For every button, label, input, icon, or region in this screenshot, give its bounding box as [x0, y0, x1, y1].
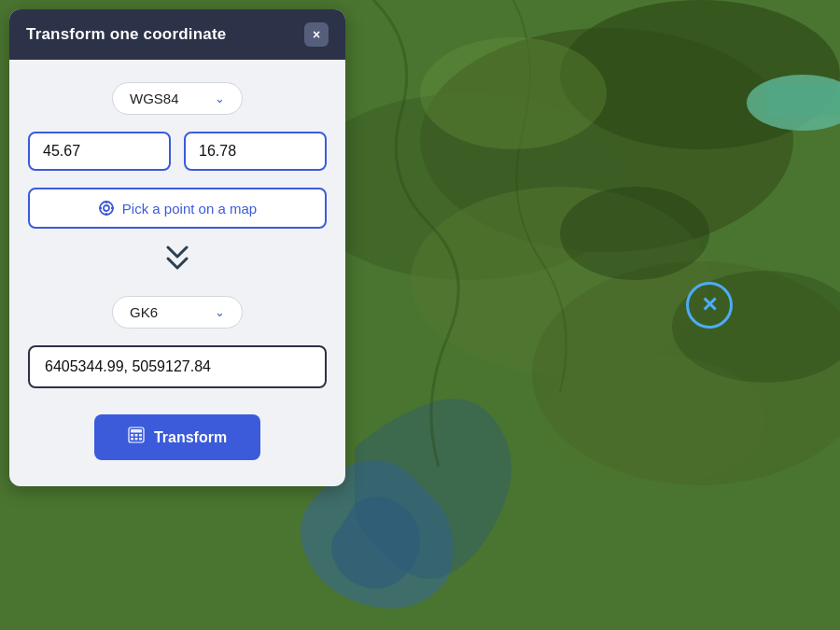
- svg-rect-21: [134, 434, 137, 437]
- map-marker-x-icon: ✕: [701, 295, 718, 315]
- target-crs-label: GK6: [130, 304, 158, 320]
- svg-rect-23: [131, 438, 133, 441]
- svg-rect-24: [134, 438, 137, 441]
- source-crs-dropdown[interactable]: WGS84 ⌄: [112, 82, 243, 115]
- output-value: 6405344.99, 5059127.84: [45, 358, 211, 374]
- svg-rect-19: [131, 429, 142, 433]
- svg-rect-25: [139, 438, 142, 441]
- svg-rect-7: [765, 84, 840, 117]
- transform-label: Transform: [154, 429, 227, 446]
- svg-point-13: [104, 205, 109, 211]
- source-crs-chevron-icon: ⌄: [215, 91, 225, 105]
- transform-panel: Transform one coordinate × WGS84 ⌄: [9, 9, 345, 486]
- source-crs-label: WGS84: [130, 91, 179, 106]
- svg-point-8: [560, 187, 709, 280]
- target-crs-dropdown[interactable]: GK6 ⌄: [112, 296, 243, 329]
- calculator-icon: [128, 427, 145, 448]
- svg-point-10: [420, 37, 607, 149]
- panel-header: Transform one coordinate ×: [9, 9, 345, 60]
- output-field: 6405344.99, 5059127.84: [28, 345, 327, 388]
- target-icon: [98, 200, 115, 217]
- pick-point-label: Pick a point on a map: [122, 201, 257, 217]
- svg-rect-20: [131, 434, 133, 437]
- panel-body: WGS84 ⌄ Pick a point on a map: [9, 60, 345, 460]
- pick-point-button[interactable]: Pick a point on a map: [28, 188, 327, 229]
- coordinate-input-row: [28, 132, 327, 171]
- transform-button[interactable]: Transform: [94, 414, 260, 460]
- arrow-down-icon: [164, 245, 190, 279]
- svg-point-11: [541, 355, 765, 485]
- svg-point-12: [100, 202, 113, 215]
- panel-title: Transform one coordinate: [26, 25, 227, 44]
- target-crs-chevron-icon: ⌄: [215, 305, 225, 319]
- map-marker: ✕: [686, 282, 733, 329]
- longitude-input[interactable]: [184, 132, 327, 171]
- latitude-input[interactable]: [28, 132, 171, 171]
- close-button[interactable]: ×: [304, 22, 329, 47]
- svg-rect-22: [139, 434, 142, 437]
